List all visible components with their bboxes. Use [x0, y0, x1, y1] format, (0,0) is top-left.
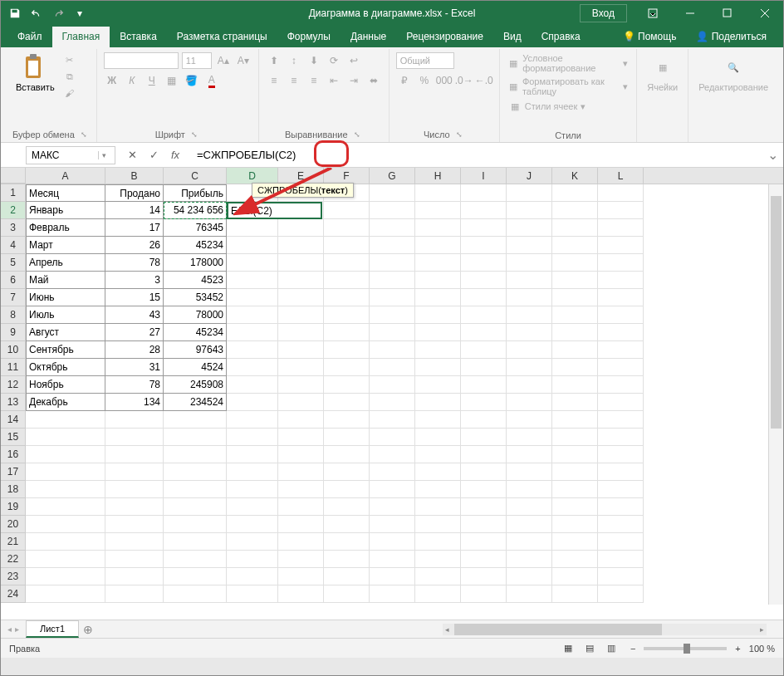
cell[interactable]	[598, 306, 644, 324]
cell[interactable]	[507, 306, 552, 324]
cell[interactable]	[278, 533, 324, 551]
cell[interactable]	[26, 551, 105, 568]
cell[interactable]	[26, 429, 105, 446]
cell[interactable]	[324, 306, 370, 324]
cell[interactable]: Сентябрь	[26, 341, 105, 359]
cell[interactable]	[227, 481, 278, 498]
cell[interactable]	[227, 568, 278, 585]
number-launcher-icon[interactable]: ⤡	[453, 129, 465, 140]
cell[interactable]	[507, 376, 552, 394]
cell[interactable]	[105, 516, 164, 533]
cell[interactable]: 78	[105, 376, 164, 394]
cell[interactable]	[598, 184, 644, 202]
cell[interactable]: 78000	[164, 306, 227, 324]
row-header-5[interactable]: 5	[1, 254, 26, 272]
cell[interactable]: Февраль	[26, 219, 105, 237]
cell[interactable]	[164, 429, 227, 446]
cell[interactable]	[278, 429, 324, 446]
cell[interactable]	[598, 411, 644, 429]
cut-button[interactable]: ✂	[61, 52, 78, 67]
indent-left-icon[interactable]: ⇤	[326, 72, 342, 89]
increase-decimal-icon[interactable]: .0→	[456, 72, 473, 89]
font-color-button[interactable]: A	[203, 72, 220, 89]
tab-review[interactable]: Рецензирование	[396, 27, 493, 47]
cell[interactable]	[415, 254, 461, 272]
cell[interactable]	[164, 533, 227, 551]
cell[interactable]	[415, 446, 461, 463]
format-table-button[interactable]: ▦Форматировать как таблицу ▾	[507, 76, 630, 97]
cell[interactable]	[278, 376, 324, 394]
cell[interactable]: 245908	[164, 376, 227, 394]
cell[interactable]	[415, 272, 461, 289]
accept-formula-icon[interactable]: ✓	[144, 146, 164, 164]
cell[interactable]	[415, 585, 461, 603]
row-header-17[interactable]: 17	[1, 463, 26, 481]
share-button[interactable]: 👤 Поделиться	[686, 27, 777, 47]
cell[interactable]	[227, 498, 278, 516]
cell[interactable]	[415, 411, 461, 429]
cell[interactable]	[507, 202, 552, 219]
merge-icon[interactable]: ⬌	[365, 72, 382, 89]
col-header-K[interactable]: K	[552, 168, 598, 184]
cell[interactable]	[227, 411, 278, 429]
cell[interactable]	[507, 411, 552, 429]
cell[interactable]	[278, 306, 324, 324]
cell[interactable]	[278, 359, 324, 376]
cell[interactable]	[278, 394, 324, 411]
row-header-13[interactable]: 13	[1, 394, 26, 411]
cell[interactable]: Октябрь	[26, 359, 105, 376]
cell[interactable]	[598, 341, 644, 359]
cell[interactable]	[415, 568, 461, 585]
row-header-10[interactable]: 10	[1, 341, 26, 359]
row-header-16[interactable]: 16	[1, 446, 26, 463]
cell[interactable]: 4523	[164, 272, 227, 289]
row-header-4[interactable]: 4	[1, 237, 26, 254]
cell[interactable]: 17	[105, 219, 164, 237]
col-header-E[interactable]: E	[278, 168, 324, 184]
cell[interactable]	[324, 516, 370, 533]
cell[interactable]	[507, 184, 552, 202]
cell[interactable]	[370, 202, 415, 219]
cell[interactable]	[461, 533, 507, 551]
underline-button[interactable]: Ч	[144, 72, 160, 89]
cell[interactable]	[461, 324, 507, 341]
cell[interactable]	[324, 254, 370, 272]
cell[interactable]	[552, 254, 598, 272]
row-header-8[interactable]: 8	[1, 306, 26, 324]
cell[interactable]	[552, 202, 598, 219]
cell[interactable]	[324, 533, 370, 551]
cell[interactable]	[507, 551, 552, 568]
cell[interactable]	[507, 359, 552, 376]
cell[interactable]	[507, 324, 552, 341]
cell[interactable]	[461, 219, 507, 237]
cell[interactable]	[164, 568, 227, 585]
cell[interactable]	[598, 533, 644, 551]
cell[interactable]	[227, 359, 278, 376]
cell[interactable]	[227, 289, 278, 306]
border-button[interactable]: ▦	[164, 72, 180, 89]
cell[interactable]	[415, 184, 461, 202]
cell[interactable]	[370, 446, 415, 463]
cell[interactable]	[324, 219, 370, 237]
cell[interactable]	[227, 585, 278, 603]
cell[interactable]	[461, 481, 507, 498]
col-header-H[interactable]: H	[415, 168, 461, 184]
cell[interactable]	[507, 568, 552, 585]
cell[interactable]	[461, 306, 507, 324]
cell[interactable]	[164, 411, 227, 429]
cell[interactable]	[324, 463, 370, 481]
cell[interactable]	[227, 394, 278, 411]
cell[interactable]	[105, 463, 164, 481]
clipboard-launcher-icon[interactable]: ⤡	[78, 129, 90, 140]
add-sheet-icon[interactable]: ⊕	[79, 623, 97, 636]
cell[interactable]	[461, 202, 507, 219]
cell[interactable]	[552, 568, 598, 585]
cell[interactable]	[26, 533, 105, 551]
cell[interactable]	[461, 498, 507, 516]
row-header-6[interactable]: 6	[1, 272, 26, 289]
row-header-24[interactable]: 24	[1, 585, 26, 603]
cell[interactable]	[227, 272, 278, 289]
cell[interactable]: 234524	[164, 394, 227, 411]
tab-help[interactable]: Справка	[532, 27, 590, 47]
tab-formulas[interactable]: Формулы	[277, 27, 341, 47]
